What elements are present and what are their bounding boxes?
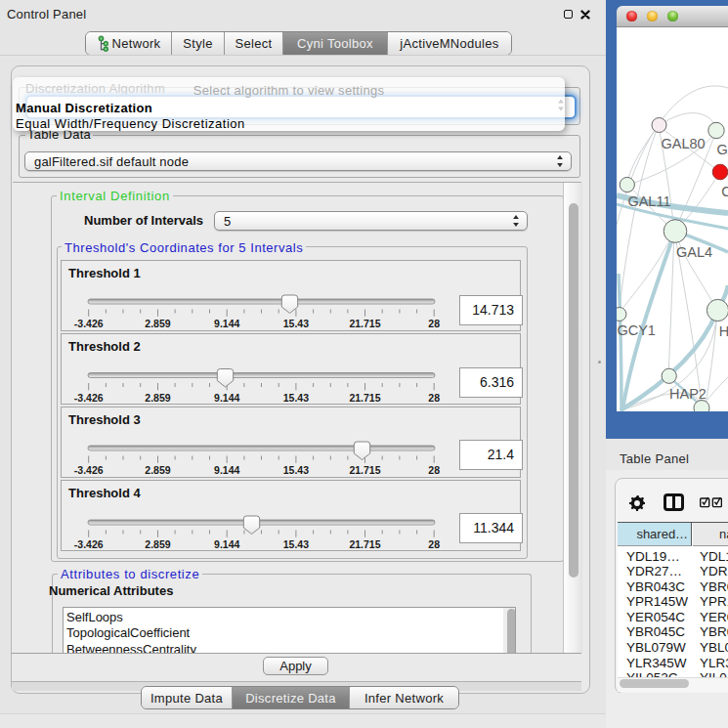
svg-text:HAP2: HAP2 bbox=[669, 386, 707, 402]
svg-text:GAL4: GAL4 bbox=[676, 244, 712, 260]
svg-text:GAL80: GAL80 bbox=[662, 136, 706, 151]
svg-text:GA: GA bbox=[716, 142, 728, 157]
svg-text:H: H bbox=[719, 323, 728, 339]
svg-text:GAL11: GAL11 bbox=[627, 193, 670, 209]
svg-text:CY: CY bbox=[721, 184, 728, 199]
svg-text:GCY1: GCY1 bbox=[617, 322, 656, 338]
